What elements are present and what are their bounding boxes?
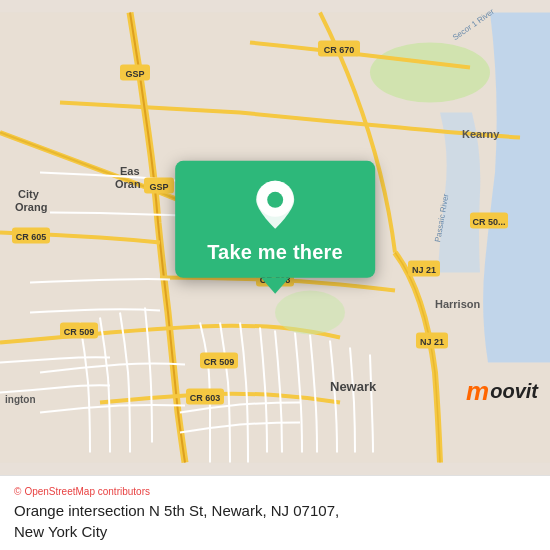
moovit-text: oovit [490,380,538,403]
svg-text:Eas: Eas [120,165,140,177]
svg-text:Kearny: Kearny [462,128,500,140]
svg-text:CR 603: CR 603 [190,393,221,403]
address-line2: New York City [14,523,107,540]
popup-card: Take me there [175,160,375,277]
popup: Take me there [175,160,375,293]
svg-text:CR 50...: CR 50... [472,217,505,227]
moovit-m-letter: m [466,376,489,407]
address-text: Orange intersection N 5th St, Newark, NJ… [14,500,536,542]
address-line1: Orange intersection N 5th St, Newark, NJ… [14,502,339,519]
popup-tail [261,277,289,293]
attribution: © OpenStreetMap contributors [14,486,536,497]
take-me-there-button[interactable]: Take me there [207,240,343,263]
svg-point-34 [275,291,345,335]
svg-point-1 [370,43,490,103]
app: CR 670 GSP GSP NJ 21 NJ 21 CR 605 CR 508… [0,0,550,550]
bottom-bar: © OpenStreetMap contributors Orange inte… [0,475,550,550]
svg-text:ington: ington [5,394,36,405]
svg-text:CR 605: CR 605 [16,232,47,242]
svg-point-36 [267,191,283,207]
attribution-icon: © [14,486,21,497]
svg-text:CR 509: CR 509 [204,357,235,367]
moovit-logo: m oovit [466,376,538,407]
svg-text:GSP: GSP [125,69,144,79]
svg-text:CR 509: CR 509 [64,327,95,337]
svg-text:GSP: GSP [149,182,168,192]
svg-text:NJ 21: NJ 21 [420,337,444,347]
svg-text:Orang: Orang [15,201,47,213]
svg-text:Oran: Oran [115,178,141,190]
svg-text:CR 670: CR 670 [324,45,355,55]
location-pin-icon [253,178,297,230]
map-container: CR 670 GSP GSP NJ 21 NJ 21 CR 605 CR 508… [0,0,550,475]
svg-text:Newark: Newark [330,379,377,394]
attribution-text: OpenStreetMap contributors [24,486,150,497]
svg-text:Harrison: Harrison [435,298,481,310]
svg-text:NJ 21: NJ 21 [412,265,436,275]
svg-text:City: City [18,188,40,200]
